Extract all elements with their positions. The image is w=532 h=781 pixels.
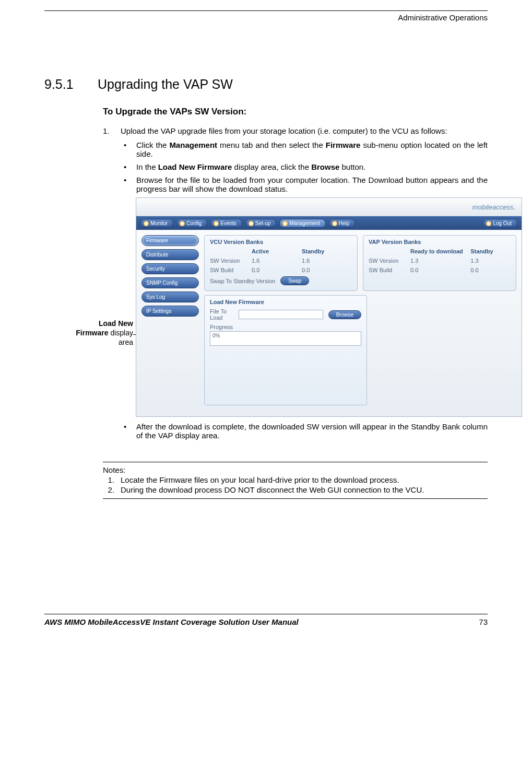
vcu-panel: VCU Version Banks ActiveStandby SW Versi…	[204, 235, 358, 291]
step-number: 1.	[103, 126, 113, 135]
sub-heading: To Upgrade the VAPs SW Version:	[103, 107, 488, 117]
side-snmp[interactable]: SNMP Config	[141, 277, 199, 288]
side-menu: Firmware Distribute Security SNMP Config…	[141, 235, 199, 405]
bullet-2: • In the Load New Firmware display area,…	[124, 162, 488, 171]
page-number: 73	[479, 617, 488, 626]
swap-label: Swap To Standby Version	[210, 278, 275, 284]
nav-bar: Monitor Config Events Set-up Management …	[136, 216, 522, 230]
vap-title: VAP Version Banks	[369, 239, 511, 245]
app-screenshot: mobileaccess. Monitor Config Events Set-…	[136, 197, 522, 417]
progress-label: Progress	[210, 324, 361, 330]
notes-title: Notes:	[103, 465, 488, 474]
nav-setup[interactable]: Set-up	[245, 219, 276, 228]
progress-value: 0%	[210, 331, 361, 346]
bullet-4: • After the download is complete, the do…	[124, 422, 488, 440]
load-new-firmware-panel: Load New Firmware File To Load Browse Pr…	[204, 295, 367, 405]
brand-logo: mobileaccess.	[472, 203, 515, 211]
nav-help[interactable]: Help	[329, 219, 356, 228]
side-ipsettings[interactable]: IP Settings	[141, 306, 199, 317]
side-security[interactable]: Security	[141, 263, 199, 274]
nav-config[interactable]: Config	[176, 219, 207, 228]
file-to-load-label: File To Load	[210, 308, 233, 321]
bullet-1: • Click the Management menu tab and then…	[124, 141, 488, 158]
page-header: Administrative Operations	[44, 13, 488, 22]
lnf-title: Load New Firmware	[210, 299, 361, 305]
vcu-title: VCU Version Banks	[210, 239, 352, 245]
file-to-load-input[interactable]	[239, 310, 323, 319]
side-distribute[interactable]: Distribute	[141, 249, 199, 260]
section-heading: 9.5.1 Upgrading the VAP SW	[44, 77, 488, 92]
nav-events[interactable]: Events	[210, 219, 242, 228]
side-syslog[interactable]: Sys Log	[141, 292, 199, 302]
side-firmware[interactable]: Firmware	[141, 235, 199, 246]
notes-block: Notes: 1.Locate the Firmware files on yo…	[103, 462, 488, 499]
step-text: Upload the VAP upgrade files from your s…	[121, 126, 488, 135]
logout-button[interactable]: Log Out	[483, 219, 517, 228]
footer-title: AWS MIMO MobileAccessVE Instant Coverage…	[44, 617, 299, 626]
nav-monitor[interactable]: Monitor	[140, 219, 173, 228]
browse-button[interactable]: Browse	[328, 310, 361, 319]
vap-panel: VAP Version Banks Ready to downloadStand…	[363, 235, 516, 291]
page-footer: AWS MIMO MobileAccessVE Instant Coverage…	[44, 614, 488, 626]
section-title: Upgrading the VAP SW	[98, 77, 233, 91]
step-1: 1. Upload the VAP upgrade files from you…	[103, 126, 488, 135]
bullet-3: • Browse for the file to be loaded from …	[124, 176, 488, 193]
section-number: 9.5.1	[44, 77, 94, 92]
swap-button[interactable]: Swap	[280, 276, 309, 285]
nav-management[interactable]: Management	[279, 219, 325, 228]
figure-callout: Load New Firmware display area	[44, 319, 133, 347]
